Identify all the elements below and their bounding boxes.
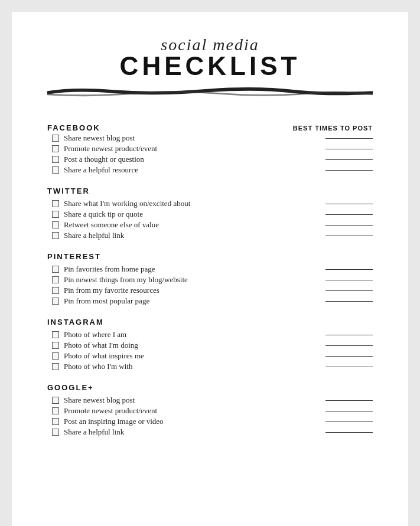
item-label: Share newest blog post xyxy=(64,133,135,143)
checkbox[interactable] xyxy=(52,156,59,163)
checkbox[interactable] xyxy=(52,221,59,228)
best-times-label: BEST TIMES TO POST xyxy=(293,125,373,132)
time-line xyxy=(325,422,373,422)
item-label: Share a helpful resource xyxy=(64,165,138,175)
twitter-items: Share what I'm working on/excited about … xyxy=(52,199,373,240)
checkbox[interactable] xyxy=(52,352,59,360)
time-line xyxy=(325,236,373,236)
time-line xyxy=(325,159,373,160)
list-item: Pin from my favorite resources xyxy=(52,286,373,295)
time-line xyxy=(325,214,373,215)
instagram-section-title: INSTAGRAM xyxy=(47,318,104,326)
checkbox[interactable] xyxy=(52,200,59,207)
time-line xyxy=(325,269,373,270)
time-line xyxy=(325,204,373,204)
time-line xyxy=(325,411,373,411)
list-item: Photo of what I'm doing xyxy=(52,341,373,350)
checkbox[interactable] xyxy=(52,135,59,142)
item-label: Promote newest product/event xyxy=(64,144,157,153)
list-item: Photo of where I am xyxy=(52,330,373,339)
checkbox[interactable] xyxy=(52,298,59,305)
item-label: Pin newest things from my blog/website xyxy=(64,275,188,285)
item-label: Post an inspiring image or video xyxy=(64,417,164,426)
item-label: Share a quick tip or quote xyxy=(64,210,143,219)
time-line xyxy=(325,367,373,367)
item-label: Pin from most popular page xyxy=(64,296,149,306)
list-item: Post an inspiring image or video xyxy=(52,417,373,426)
list-item: Pin newest things from my blog/website xyxy=(52,275,373,285)
checkbox[interactable] xyxy=(52,145,59,152)
time-line xyxy=(325,138,373,139)
list-item: Post a thought or question xyxy=(52,155,373,164)
list-item: Promote newest product/event xyxy=(52,144,373,153)
list-item: Share a helpful resource xyxy=(52,165,373,175)
list-item: Pin favorites from home page xyxy=(52,264,373,274)
checkbox[interactable] xyxy=(52,211,59,218)
pinterest-header-row: PINTEREST xyxy=(47,252,373,261)
checkbox[interactable] xyxy=(52,363,59,370)
checkbox[interactable] xyxy=(52,407,59,414)
divider xyxy=(47,87,373,99)
twitter-section-title: TWITTER xyxy=(47,187,90,195)
checkbox[interactable] xyxy=(52,397,59,404)
header: social media CHECKLIST xyxy=(47,35,373,81)
list-item: Promote newest product/event xyxy=(52,406,373,416)
item-label: Promote newest product/event xyxy=(64,406,157,416)
time-line xyxy=(325,400,373,401)
item-label: Share newest blog post xyxy=(64,396,135,405)
item-label: Share a helpful link xyxy=(64,427,124,437)
checkbox[interactable] xyxy=(52,232,59,239)
checkbox[interactable] xyxy=(52,276,59,283)
item-label: Pin from my favorite resources xyxy=(64,286,159,295)
checkbox[interactable] xyxy=(52,342,59,349)
googleplus-section-title: GOOGLE+ xyxy=(47,383,94,392)
time-line xyxy=(325,335,373,335)
googleplus-header-row: GOOGLE+ xyxy=(47,383,373,392)
list-item: Photo of what inspires me xyxy=(52,351,373,361)
list-item: Retweet someone else of value xyxy=(52,220,373,230)
twitter-header-row: TWITTER xyxy=(47,187,373,195)
page: social media CHECKLIST FACEBOOK BEST TIM… xyxy=(12,12,408,526)
list-item: Share a helpful link xyxy=(52,231,373,240)
list-item: Pin from most popular page xyxy=(52,296,373,306)
instagram-items: Photo of where I am Photo of what I'm do… xyxy=(52,330,373,371)
list-item: Share a helpful link xyxy=(52,427,373,437)
instagram-header-row: INSTAGRAM xyxy=(47,318,373,326)
checkbox[interactable] xyxy=(52,429,59,436)
item-label: Photo of what I'm doing xyxy=(64,341,138,350)
content: FACEBOOK BEST TIMES TO POST Share newest… xyxy=(47,113,373,439)
checkbox[interactable] xyxy=(52,166,59,174)
pinterest-items: Pin favorites from home page Pin newest … xyxy=(52,264,373,306)
checkbox[interactable] xyxy=(52,266,59,273)
item-label: Photo of where I am xyxy=(64,330,126,339)
facebook-header-row: FACEBOOK BEST TIMES TO POST xyxy=(47,123,373,132)
list-item: Share a quick tip or quote xyxy=(52,210,373,219)
item-label: Post a thought or question xyxy=(64,155,144,164)
item-label: Photo of what inspires me xyxy=(64,351,144,361)
checkbox[interactable] xyxy=(52,331,59,338)
checkbox[interactable] xyxy=(52,418,59,425)
item-label: Share a helpful link xyxy=(64,231,124,240)
facebook-section-title: FACEBOOK xyxy=(47,123,100,132)
pinterest-section-title: PINTEREST xyxy=(47,252,101,261)
time-line xyxy=(325,225,373,226)
time-line xyxy=(325,170,373,171)
item-label: Photo of who I'm with xyxy=(64,362,132,371)
time-line xyxy=(325,301,373,302)
time-line xyxy=(325,345,373,346)
time-line xyxy=(325,290,373,291)
time-line xyxy=(325,280,373,280)
main-title: CHECKLIST xyxy=(47,51,373,81)
divider-icon xyxy=(47,87,373,99)
item-label: Pin favorites from home page xyxy=(64,264,155,274)
checkbox[interactable] xyxy=(52,287,59,294)
list-item: Photo of who I'm with xyxy=(52,362,373,371)
time-line xyxy=(325,432,373,433)
list-item: Share newest blog post xyxy=(52,133,373,143)
list-item: Share newest blog post xyxy=(52,396,373,405)
time-line xyxy=(325,356,373,357)
item-label: Retweet someone else of value xyxy=(64,220,159,230)
googleplus-items: Share newest blog post Promote newest pr… xyxy=(52,396,373,437)
item-label: Share what I'm working on/excited about xyxy=(64,199,190,208)
facebook-items: Share newest blog post Promote newest pr… xyxy=(52,133,373,175)
